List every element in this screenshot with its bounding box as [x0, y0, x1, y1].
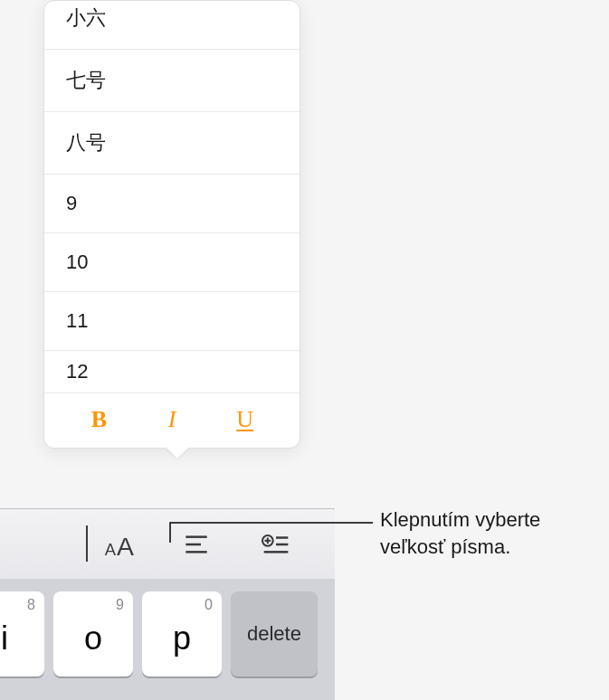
key-label: p — [173, 620, 191, 657]
key-label: delete — [247, 622, 301, 646]
callout-line — [145, 497, 380, 552]
callout-line1: Klepnutím vyberte — [380, 506, 540, 534]
underline-button[interactable]: U — [227, 406, 263, 433]
font-size-icon: A A — [99, 526, 135, 563]
key-label: i — [1, 620, 8, 657]
text-style-row: B I U — [44, 393, 300, 448]
keyboard: 8 i 9 o 0 p delete — [0, 579, 335, 700]
callout-line2: veľkosť písma. — [380, 534, 540, 561]
font-size-option[interactable]: 八号 — [44, 112, 300, 175]
font-size-popover: 小六 七号 八号 9 10 11 12 B I U — [43, 0, 300, 449]
font-size-option[interactable]: 七号 — [44, 50, 300, 112]
key-label: o — [84, 620, 102, 657]
font-size-option[interactable]: 小六 — [44, 1, 300, 50]
svg-text:A: A — [105, 539, 117, 558]
key-hint: 9 — [116, 597, 124, 613]
key-p[interactable]: 0 p — [142, 591, 222, 676]
font-size-option[interactable]: 11 — [44, 292, 300, 351]
key-hint: 8 — [27, 597, 35, 613]
bold-button[interactable]: B — [81, 406, 117, 433]
italic-button[interactable]: I — [154, 406, 190, 433]
key-delete[interactable]: delete — [231, 591, 318, 676]
key-i[interactable]: 8 i — [0, 591, 44, 676]
font-size-option[interactable]: 12 — [44, 351, 300, 393]
key-o[interactable]: 9 o — [53, 591, 133, 676]
font-size-option[interactable]: 9 — [44, 175, 300, 233]
font-size-option[interactable]: 10 — [44, 233, 300, 292]
font-size-list[interactable]: 小六 七号 八号 9 10 11 12 — [44, 1, 300, 393]
svg-text:A: A — [117, 531, 134, 560]
callout-text: Klepnutím vyberte veľkosť písma. — [380, 506, 540, 560]
text-cursor — [86, 525, 88, 562]
key-hint: 0 — [205, 597, 213, 613]
